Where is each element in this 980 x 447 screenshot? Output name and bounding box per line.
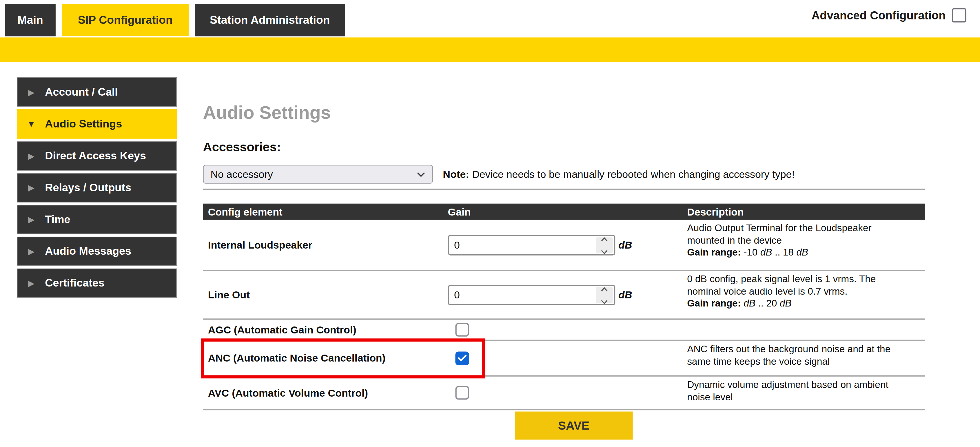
spinner-buttons[interactable] xyxy=(596,237,612,253)
sidebar-item-label: Audio Messages xyxy=(45,245,131,258)
table-header-row: Config element Gain Description xyxy=(203,204,925,220)
sidebar-item-audio-messages[interactable]: ▶Audio Messages xyxy=(17,237,177,266)
unit-label: dB xyxy=(618,289,632,301)
row-description: ANC filters out the background noise and… xyxy=(687,341,903,375)
sidebar-item-label: Time xyxy=(45,213,70,226)
chevron-right-icon: ▶ xyxy=(18,151,45,160)
sidebar: ▶Account / Call▼Audio Settings▶Direct Ac… xyxy=(17,77,177,298)
note-text: Device needs to be manually rebooted whe… xyxy=(472,168,795,180)
column-header-config-element: Config element xyxy=(203,206,448,218)
advanced-configuration-label: Advanced Configuration xyxy=(811,8,946,22)
anc-checkbox[interactable] xyxy=(455,352,469,365)
sidebar-item-label: Audio Settings xyxy=(45,117,122,130)
unit-label: dB xyxy=(618,239,632,251)
row-description: Audio Output Terminal for the Loudspeake… xyxy=(687,220,903,270)
audio-settings-table: Config element Gain Description Internal… xyxy=(203,204,925,410)
config-element-label: ANC (Automatic Noise Cancellation) xyxy=(203,352,448,364)
gain-input[interactable]: 0 xyxy=(448,285,616,305)
advanced-configuration-checkbox[interactable] xyxy=(952,8,966,22)
config-element-label: AGC (Automatic Gain Control) xyxy=(203,324,448,336)
config-element-label: AVC (Automatic Volume Control) xyxy=(203,387,448,399)
table-row: ANC (Automatic Noise Cancellation)ANC fi… xyxy=(203,341,925,377)
sidebar-item-direct-access-keys[interactable]: ▶Direct Access Keys xyxy=(17,141,177,170)
config-element-label: Line Out xyxy=(203,289,448,301)
gain-spinner: 0dB xyxy=(448,285,687,305)
config-element-label: Internal Loudspeaker xyxy=(203,239,448,251)
tab-sip-configuration[interactable]: SIP Configuration xyxy=(62,4,189,36)
spinner-up-icon[interactable] xyxy=(601,283,608,294)
chevron-right-icon: ▶ xyxy=(18,279,45,287)
sidebar-item-label: Direct Access Keys xyxy=(45,149,146,162)
gain-value: 0 xyxy=(449,236,595,254)
table-row: AVC (Automatic Volume Control)Dynamic vo… xyxy=(203,377,925,410)
chevron-right-icon: ▶ xyxy=(18,88,45,97)
advanced-configuration: Advanced Configuration xyxy=(811,8,966,22)
table-row: Internal Loudspeaker0dBAudio Output Term… xyxy=(203,220,925,271)
gain-input[interactable]: 0 xyxy=(448,234,616,255)
sidebar-item-label: Certificates xyxy=(45,277,104,290)
sidebar-item-label: Account / Call xyxy=(45,86,118,99)
main-content: Audio Settings Accessories: No accessory… xyxy=(203,62,925,447)
agc-checkbox[interactable] xyxy=(455,323,469,336)
sidebar-item-time[interactable]: ▶Time xyxy=(17,205,177,234)
tab-main[interactable]: Main xyxy=(5,4,56,36)
row-description: 0 dB config, peak signal level is 1 vrms… xyxy=(687,271,903,319)
sidebar-item-relays-outputs[interactable]: ▶Relays / Outputs xyxy=(17,173,177,202)
spinner-buttons[interactable] xyxy=(596,287,612,302)
avc-checkbox[interactable] xyxy=(455,386,469,399)
row-description xyxy=(687,320,903,340)
gain-value: 0 xyxy=(449,286,595,304)
accessories-row: No accessory Note: Device needs to be ma… xyxy=(203,165,795,184)
table-row: Line Out0dB0 dB config, peak signal leve… xyxy=(203,271,925,320)
sidebar-item-audio-settings[interactable]: ▼Audio Settings xyxy=(17,109,177,138)
chevron-right-icon: ▶ xyxy=(18,183,45,192)
row-description: Dynamic volume adjustment based on ambie… xyxy=(687,377,903,409)
accent-bar xyxy=(0,37,980,62)
accessory-select-value: No accessory xyxy=(210,168,273,180)
table-row: AGC (Automatic Gain Control) xyxy=(203,320,925,341)
check-icon xyxy=(458,355,466,361)
column-header-description: Description xyxy=(687,206,925,218)
sidebar-item-label: Relays / Outputs xyxy=(45,181,131,194)
chevron-right-icon: ▶ xyxy=(18,215,45,224)
column-header-gain: Gain xyxy=(448,206,687,218)
page-title: Audio Settings xyxy=(203,103,331,123)
chevron-down-icon xyxy=(417,172,425,177)
chevron-right-icon: ▶ xyxy=(18,247,45,256)
note-label: Note: xyxy=(443,168,469,180)
gain-spinner: 0dB xyxy=(448,234,687,255)
accessory-select[interactable]: No accessory xyxy=(203,165,433,184)
accessory-note: Note: Device needs to be manually reboot… xyxy=(443,168,795,180)
top-tab-bar: MainSIP ConfigurationStation Administrat… xyxy=(5,4,345,36)
tab-station-administration[interactable]: Station Administration xyxy=(195,4,345,36)
divider xyxy=(203,189,925,190)
spinner-down-icon[interactable] xyxy=(601,245,608,257)
chevron-down-icon: ▼ xyxy=(18,119,45,129)
table-body: Internal Loudspeaker0dBAudio Output Term… xyxy=(203,220,925,410)
sidebar-item-account-call[interactable]: ▶Account / Call xyxy=(17,77,177,107)
sidebar-item-certificates[interactable]: ▶Certificates xyxy=(17,269,177,298)
save-button[interactable]: SAVE xyxy=(515,412,633,440)
page: MainSIP ConfigurationStation Administrat… xyxy=(0,0,980,447)
accessories-heading: Accessories: xyxy=(203,140,281,154)
spinner-up-icon[interactable] xyxy=(601,233,608,244)
spinner-down-icon[interactable] xyxy=(601,296,608,307)
